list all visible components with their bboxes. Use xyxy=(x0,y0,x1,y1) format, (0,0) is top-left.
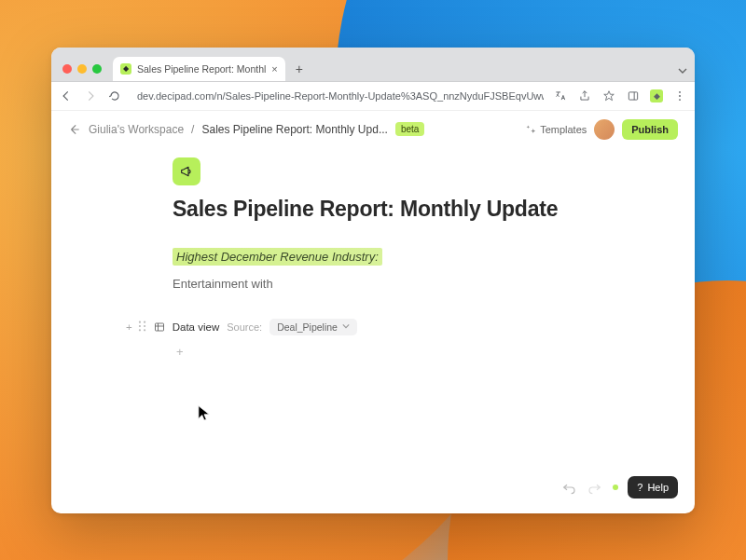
avatar[interactable] xyxy=(594,119,615,140)
window-controls xyxy=(59,64,107,81)
question-icon: ? xyxy=(637,482,642,493)
address-bar: dev.decipad.com/n/Sales-Pipeline-Report-… xyxy=(51,82,695,111)
svg-point-6 xyxy=(139,321,141,322)
templates-label: Templates xyxy=(540,124,587,135)
page-title[interactable]: Sales Pipeline Report: Monthly Update xyxy=(173,197,639,222)
svg-point-3 xyxy=(679,90,681,92)
svg-point-9 xyxy=(144,324,145,326)
back-button[interactable] xyxy=(59,89,74,103)
maximize-window-button[interactable] xyxy=(92,64,102,74)
help-label: Help xyxy=(647,482,669,493)
breadcrumb-separator: / xyxy=(191,123,194,136)
bookmark-icon[interactable] xyxy=(601,89,616,103)
breadcrumb-doc[interactable]: Sales Pipeline Report: Monthly Upd... xyxy=(201,123,387,136)
translate-icon[interactable] xyxy=(553,89,568,103)
beta-badge: beta xyxy=(395,122,424,136)
tabs-dropdown-button[interactable] xyxy=(678,66,687,77)
tab-strip: ◆ Sales Pipeline Report: Monthl × + xyxy=(51,48,695,82)
extension-icon[interactable]: ◆ xyxy=(650,89,663,102)
sparkle-icon xyxy=(526,124,536,134)
add-row-button[interactable]: + xyxy=(176,345,639,359)
source-select[interactable]: Deal_Pipeline xyxy=(269,319,357,335)
sidepanel-icon[interactable] xyxy=(626,89,641,103)
megaphone-icon xyxy=(179,164,194,179)
forward-button[interactable] xyxy=(83,89,98,103)
kebab-menu-button[interactable] xyxy=(672,89,687,103)
chevron-down-icon xyxy=(342,322,350,332)
svg-point-4 xyxy=(679,95,681,97)
favicon-icon: ◆ xyxy=(120,63,131,75)
url-field[interactable]: dev.decipad.com/n/Sales-Pipeline-Report-… xyxy=(131,90,544,102)
add-block-icon[interactable]: + xyxy=(126,321,132,333)
undo-button[interactable] xyxy=(560,479,577,496)
drag-handle-icon[interactable] xyxy=(138,321,146,334)
breadcrumb-workspace[interactable]: Giulia's Workspace xyxy=(89,123,184,136)
close-tab-button[interactable]: × xyxy=(271,63,277,75)
doc-emoji-icon[interactable] xyxy=(173,157,200,185)
redo-button[interactable] xyxy=(587,479,603,496)
help-button[interactable]: ? Help xyxy=(628,476,678,499)
source-value: Deal_Pipeline xyxy=(277,321,338,333)
status-dot xyxy=(613,485,618,490)
address-bar-actions: ◆ xyxy=(553,89,687,103)
block-handle[interactable]: + xyxy=(126,321,146,334)
app-header: Giulia's Workspace / Sales Pipeline Repo… xyxy=(51,111,695,148)
cursor-icon xyxy=(197,404,212,423)
svg-point-10 xyxy=(139,329,141,331)
breadcrumb-back-button[interactable] xyxy=(68,123,81,136)
publish-label: Publish xyxy=(631,124,669,135)
document-body: Sales Pipeline Report: Monthly Update Hi… xyxy=(51,148,695,513)
svg-rect-1 xyxy=(629,91,637,99)
reload-button[interactable] xyxy=(107,89,122,103)
publish-button[interactable]: Publish xyxy=(622,119,678,140)
browser-tab[interactable]: ◆ Sales Pipeline Report: Monthl × xyxy=(113,57,285,81)
new-tab-button[interactable]: + xyxy=(289,59,310,79)
source-label: Source: xyxy=(227,321,262,333)
highlight-text[interactable]: Highest December Revenue Industry: xyxy=(173,248,382,266)
data-view-block: + Data view Source: Deal_Pipeline xyxy=(126,319,639,335)
footer-actions: ? Help xyxy=(560,476,678,499)
data-view-label: Data view xyxy=(173,321,220,333)
minimize-window-button[interactable] xyxy=(77,64,87,74)
close-window-button[interactable] xyxy=(62,64,72,74)
svg-point-5 xyxy=(679,99,681,101)
tab-title: Sales Pipeline Report: Monthl xyxy=(137,63,266,75)
share-icon[interactable] xyxy=(577,89,592,103)
body-line[interactable]: Entertainment with xyxy=(173,277,639,291)
table-icon xyxy=(154,321,165,333)
svg-point-8 xyxy=(139,324,141,326)
svg-point-11 xyxy=(144,329,145,331)
templates-button[interactable]: Templates xyxy=(526,124,587,135)
browser-window: ◆ Sales Pipeline Report: Monthl × + dev.… xyxy=(51,48,695,513)
url-text: dev.decipad.com/n/Sales-Pipeline-Report-… xyxy=(137,90,544,102)
svg-point-7 xyxy=(144,321,145,322)
svg-rect-12 xyxy=(155,323,163,331)
